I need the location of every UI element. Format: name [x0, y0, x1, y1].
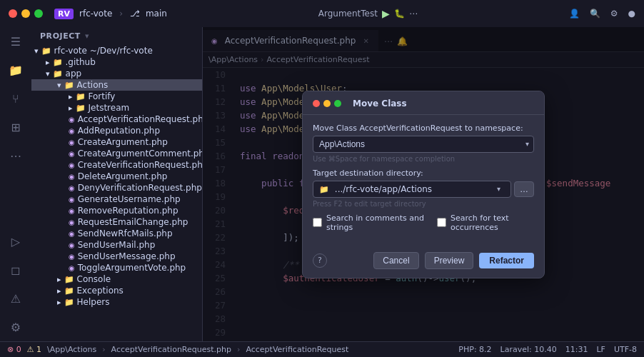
tree-item-exceptions[interactable]: ▸ 📁 Exceptions [31, 285, 202, 296]
activity-icon-menu[interactable]: ☰ [7, 33, 24, 50]
refactor-button[interactable]: Refactor [479, 253, 534, 268]
chevron-down-icon: ▾ [46, 69, 50, 79]
line-ending-label[interactable]: LF [596, 345, 605, 354]
activity-icon-git[interactable]: ⑂ [7, 90, 24, 107]
tree-item-label: Actions [77, 80, 109, 90]
chevron-right-icon: ▸ [57, 286, 61, 296]
tree-item-jetstream[interactable]: ▸ 📁 Jetstream [31, 102, 202, 114]
search-text-label: Search for text occurrences [451, 213, 534, 232]
tree-item-createargumentcomment[interactable]: ◉ CreateArgumentComment.php [31, 148, 202, 159]
encoding-label[interactable]: UTF-8 [614, 345, 637, 354]
titlebar-center: ArgumentTest ▶ 🐛 ⋯ [173, 8, 563, 19]
activity-bar-bottom: ▷ ◻ ⚠ ⚙ [7, 233, 24, 336]
maximize-button[interactable] [34, 9, 43, 18]
modal-minimize-btn[interactable] [323, 100, 331, 107]
php-file-icon: ◉ [69, 264, 75, 272]
tree-item-deleteargument[interactable]: ◉ DeleteArgument.php [31, 171, 202, 182]
tree-item-requestemailchange[interactable]: ◉ RequestEmailChange.php [31, 216, 202, 228]
tree-item-console[interactable]: ▸ 📁 Console [31, 273, 202, 285]
tree-item-addreputation[interactable]: ◉ AddReputation.php [31, 125, 202, 136]
search-comments-checkbox[interactable] [313, 218, 322, 227]
tree-item-accept[interactable]: ◉ AcceptVerificationRequest.php [31, 114, 202, 125]
tree-item-removereputation[interactable]: ◉ RemoveReputation.php [31, 205, 202, 216]
tree-item-toggleargumentvote[interactable]: ◉ ToggleArgumentVote.php [31, 262, 202, 273]
laravel-version-label[interactable]: Laravel: 10.40 [500, 345, 557, 354]
preview-button[interactable]: Preview [425, 252, 474, 269]
tree-item-generateusername[interactable]: ◉ GenerateUsername.php [31, 193, 202, 205]
tree-item-app[interactable]: ▾ 📁 app [31, 68, 202, 79]
tree-item-sendusermail[interactable]: ◉ SendUserMail.php [31, 239, 202, 251]
tree-item-github[interactable]: ▸ 📁 .github [31, 56, 202, 68]
chevron-right-icon: ▸ [57, 275, 61, 284]
tree-item-label: DeleteArgument.php [78, 171, 168, 181]
debug-icon[interactable]: 🐛 [394, 9, 405, 19]
modal-traffic-lights [313, 100, 341, 107]
activity-icon-image[interactable]: ◻ [7, 261, 24, 278]
namespace-input[interactable] [313, 136, 521, 152]
php-version-label[interactable]: PHP: 8.2 [458, 345, 491, 354]
run-button[interactable]: ▶ [382, 8, 390, 19]
status-sep-1: › [102, 345, 105, 354]
activity-icon-extensions[interactable]: ⊞ [7, 119, 24, 136]
branch-name[interactable]: main [146, 9, 167, 19]
folder-icon: 📁 [64, 298, 74, 307]
namespace-hint: Use ⌘Space for namespace completion [313, 155, 534, 163]
tree-item-label: SendUserMail.php [78, 240, 156, 250]
directory-dropdown-arrow[interactable]: ▾ [493, 185, 505, 193]
activity-icon-warning[interactable]: ⚠ [7, 290, 24, 307]
activity-bar: ☰ 📁 ⑂ ⊞ ⋯ ▷ ◻ ⚠ ⚙ [0, 27, 31, 341]
help-button[interactable]: ? [313, 253, 327, 268]
status-breadcrumb-1[interactable]: \App\Actions [47, 345, 96, 354]
namespace-input-row[interactable]: ▾ [313, 136, 534, 153]
chevron-right-icon: ▸ [69, 104, 73, 113]
tree-item-label: RemoveReputation.php [78, 206, 178, 216]
checkbox-comments-row: Search in comments and strings Search fo… [313, 213, 534, 232]
project-name[interactable]: rfc-vote [79, 9, 112, 19]
project-label: Project [40, 31, 81, 41]
directory-browse-button[interactable]: … [514, 181, 534, 197]
search-comments-label: Search in comments and strings [326, 213, 424, 232]
tree-item-fortify[interactable]: ▸ 📁 Fortify [31, 91, 202, 102]
tree-item-createargument[interactable]: ◉ CreateArgument.php [31, 136, 202, 148]
activity-icon-settings2[interactable]: ⚙ [7, 318, 24, 336]
activity-icon-explorer[interactable]: 📁 [7, 61, 24, 79]
more-options-icon[interactable]: ⋯ [409, 9, 418, 19]
modal-title-bar: Move Class [303, 91, 544, 115]
tree-item-helpers[interactable]: ▸ 📁 Helpers [31, 296, 202, 308]
tree-item-actions[interactable]: ▾ 📁 Actions [31, 79, 202, 91]
cancel-button[interactable]: Cancel [373, 252, 418, 269]
run-config-label[interactable]: ArgumentTest [318, 9, 378, 19]
status-breadcrumb-3[interactable]: AcceptVerificationRequest [246, 345, 348, 354]
tree-item-label: DenyVerificationRequest.php [78, 183, 202, 193]
chevron-right-icon: ▸ [46, 58, 50, 67]
status-breadcrumb-2[interactable]: AcceptVerificationRequest.php [111, 345, 231, 354]
sidebar-header: Project ▾ [31, 27, 202, 45]
tree-item-sendusermessage[interactable]: ◉ SendUserMessage.php [31, 251, 202, 262]
notifications-icon[interactable]: 👤 [569, 9, 580, 19]
folder-icon: 📁 [76, 104, 86, 113]
tree-item-root[interactable]: ▾ 📁 rfc-vote ~/Dev/rfc-vote [31, 45, 202, 56]
close-button[interactable] [9, 9, 17, 18]
directory-input[interactable]: 📁 .../rfc-vote/app/Actions ▾ [313, 181, 511, 198]
search-text-checkbox[interactable] [437, 218, 446, 227]
modal-close-btn[interactable] [313, 100, 320, 107]
status-warnings[interactable]: ⚠ 1 [27, 345, 41, 354]
status-errors[interactable]: ⊗ 0 [7, 345, 21, 354]
activity-icon-more[interactable]: ⋯ [7, 147, 24, 164]
activity-icon-run[interactable]: ▷ [7, 233, 24, 250]
status-sep-2: › [237, 345, 240, 354]
tree-item-denyverification[interactable]: ◉ DenyVerificationRequest.php [31, 182, 202, 193]
avatar[interactable]: ● [628, 9, 635, 19]
minimize-button[interactable] [21, 9, 30, 18]
search-icon[interactable]: 🔍 [590, 9, 600, 19]
php-file-icon: ◉ [69, 127, 75, 135]
tree-item-sendnewrfcmails[interactable]: ◉ SendNewRfcMails.php [31, 228, 202, 239]
tree-item-label: CreateArgument.php [78, 137, 168, 147]
status-bar-left: ⊗ 0 ⚠ 1 \App\Actions › AcceptVerificatio… [7, 345, 348, 354]
modal-expand-btn[interactable] [334, 100, 341, 107]
modal-body: Move Class AcceptVerificationRequest to … [303, 115, 544, 246]
namespace-dropdown-arrow[interactable]: ▾ [521, 140, 533, 148]
settings-icon[interactable]: ⚙ [610, 9, 618, 19]
php-file-icon: ◉ [69, 230, 75, 238]
tree-item-createverification[interactable]: ◉ CreateVerificationRequest.php [31, 159, 202, 171]
